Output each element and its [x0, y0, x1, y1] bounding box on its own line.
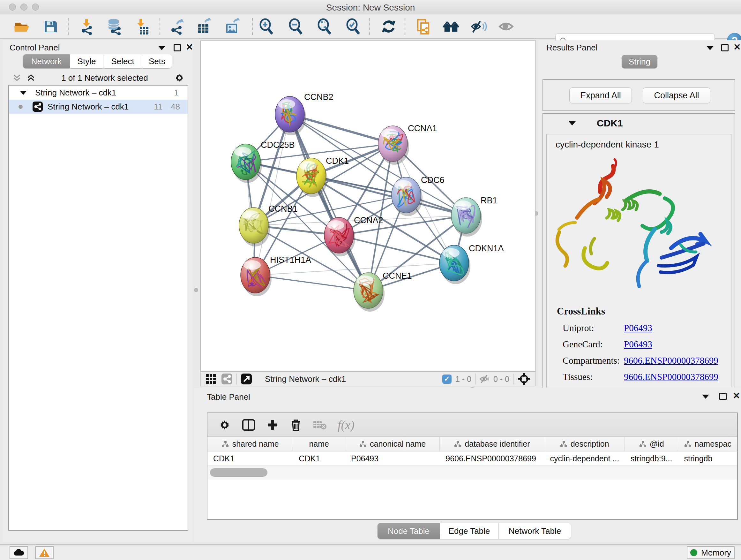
tab-sets[interactable]: Sets — [142, 54, 172, 68]
protein-node-cdk1[interactable]: CDK1 — [296, 156, 349, 197]
create-column-button[interactable] — [266, 419, 279, 431]
show-all-button[interactable] — [497, 17, 515, 36]
protein-node-hist1h1a[interactable]: HIST1H1A — [241, 255, 311, 296]
zoom-fit-icon — [316, 18, 333, 35]
column-header-database-identifier[interactable]: database identifier — [440, 437, 544, 451]
tab-network[interactable]: Network — [23, 54, 70, 68]
column-header-canonical-name[interactable]: canonical name — [345, 437, 440, 451]
tab-style[interactable]: Style — [70, 54, 104, 68]
protein-node-cdc6[interactable]: CDC6 — [392, 175, 445, 216]
function-builder-button[interactable]: f(x) — [338, 418, 354, 432]
column-header--id[interactable]: @id — [625, 437, 678, 451]
grid-view-icon[interactable] — [205, 373, 217, 385]
column-header-name[interactable]: name — [293, 437, 345, 451]
crosslink-row: Tissues:9606.ENSP00000378699 — [557, 372, 731, 382]
panel-menu-button[interactable] — [706, 46, 714, 50]
export-network-button[interactable] — [169, 17, 186, 36]
show-column-panel-button[interactable] — [242, 419, 255, 431]
first-neighbors-button[interactable] — [442, 17, 460, 36]
selected-nodes-checkbox[interactable]: ✓ — [442, 374, 452, 384]
tab-node-table[interactable]: Node Table — [378, 523, 440, 539]
statusbar-separator — [237, 374, 237, 384]
table-row[interactable]: CDK1CDK1P064939606.ENSP00000378699cyclin… — [207, 451, 737, 465]
collection-count: 1 — [174, 88, 179, 98]
node-label: CDK1 — [326, 156, 349, 166]
panel-float-button[interactable] — [719, 393, 727, 400]
network-canvas[interactable]: CCNB2CCNA1CDC25BCDK1CDC6RB1CCNB1CCNA2CDK… — [200, 40, 536, 372]
expand-all-networks-icon[interactable] — [26, 73, 36, 83]
protein-node-ccne1[interactable]: CCNE1 — [354, 271, 412, 312]
panel-float-button[interactable] — [174, 44, 181, 51]
protein-node-cdkn1a[interactable]: CDKN1A — [440, 244, 504, 284]
protein-node-rb1[interactable]: RB1 — [451, 196, 497, 237]
scrollbar-thumb[interactable] — [210, 469, 267, 477]
application-window: Session: New Session — [0, 0, 741, 560]
export-image-button[interactable] — [223, 17, 241, 36]
import-table-button[interactable] — [132, 17, 150, 36]
crosslink-link[interactable]: P06493 — [624, 339, 652, 350]
table-horizontal-scrollbar[interactable] — [207, 465, 737, 480]
zoom-selected-button[interactable] — [344, 17, 362, 36]
memory-status-dot — [690, 549, 697, 556]
cloud-status-button[interactable] — [10, 546, 28, 559]
network-collection-row[interactable]: String Network – cdk1 1 — [9, 85, 188, 100]
zoom-out-button[interactable] — [286, 17, 305, 36]
collection-expander-icon[interactable] — [20, 91, 27, 95]
protein-description: cyclin-dependent kinase 1 — [547, 134, 731, 150]
birdseye-navigator-icon[interactable] — [517, 372, 531, 386]
network-row[interactable]: String Network – cdk1 11 48 — [9, 100, 188, 114]
panel-menu-button[interactable] — [702, 395, 709, 399]
network-options-gear-icon[interactable] — [174, 72, 185, 84]
memory-button[interactable]: Memory — [687, 546, 735, 559]
open-session-button[interactable] — [13, 17, 30, 36]
column-header-label: @id — [650, 439, 664, 449]
protein-collapse-icon[interactable] — [569, 121, 576, 125]
left-splitter-handle[interactable] — [194, 288, 198, 292]
tab-string[interactable]: String — [622, 55, 657, 68]
panel-menu-button[interactable] — [158, 46, 165, 50]
network-edge[interactable] — [255, 275, 368, 291]
delete-table-button[interactable] — [313, 420, 327, 430]
protein-node-ccnb2[interactable]: CCNB2 — [275, 92, 333, 135]
table-cell: stringdb — [678, 451, 737, 465]
panel-close-button[interactable]: ✕ — [733, 392, 740, 400]
tab-select[interactable]: Select — [104, 54, 142, 68]
save-session-button[interactable] — [42, 17, 59, 36]
collapse-all-networks-icon[interactable] — [12, 73, 22, 83]
hide-selected-button[interactable] — [470, 17, 488, 36]
export-table-button[interactable] — [195, 17, 213, 36]
import-network-file-button[interactable] — [78, 17, 96, 36]
network-view-icon[interactable] — [221, 373, 232, 385]
refresh-view-button[interactable] — [380, 17, 398, 36]
column-header-description[interactable]: description — [544, 437, 624, 451]
protein-header-row[interactable]: CDK1 — [543, 114, 735, 133]
expand-all-button[interactable]: Expand All — [569, 87, 632, 104]
import-network-database-button[interactable] — [105, 17, 123, 36]
collapse-all-button[interactable]: Collapse All — [643, 87, 711, 104]
panel-close-button[interactable]: ✕ — [733, 44, 741, 51]
protein-node-cdc25b[interactable]: CDC25B — [231, 140, 295, 183]
zoom-selected-icon — [344, 18, 361, 35]
panel-close-button[interactable]: ✕ — [186, 44, 193, 51]
network-selection-status: 1 of 1 Network selected — [36, 73, 174, 83]
tab-network-table[interactable]: Network Table — [499, 523, 571, 539]
crosslink-link[interactable]: 9606.ENSP00000378699 — [624, 355, 718, 366]
crosslink-link[interactable]: 9606.ENSP00000378699 — [624, 372, 718, 382]
table-settings-button[interactable] — [218, 419, 231, 431]
detach-view-icon[interactable] — [241, 373, 252, 385]
delete-column-button[interactable] — [290, 418, 302, 432]
column-header-namespac[interactable]: namespac — [678, 437, 737, 451]
clone-network-button[interactable] — [414, 17, 432, 36]
crosslink-link[interactable]: P06493 — [624, 323, 652, 333]
tab-edge-table[interactable]: Edge Table — [440, 523, 499, 539]
protein-node-ccnb1[interactable]: CCNB1 — [239, 204, 298, 246]
panel-float-button[interactable] — [721, 44, 729, 51]
network-edge[interactable] — [255, 114, 290, 275]
zoom-in-button[interactable] — [257, 17, 275, 36]
zoom-fit-button[interactable] — [315, 17, 333, 36]
warning-status-button[interactable] — [35, 546, 54, 559]
table-header-row: shared namenamecanonical namedatabase id… — [207, 437, 737, 451]
selected-counts: 1 - 0 — [455, 374, 471, 384]
table-cell: stringdb:9... — [625, 451, 678, 465]
column-header-shared-name[interactable]: shared name — [207, 437, 293, 451]
